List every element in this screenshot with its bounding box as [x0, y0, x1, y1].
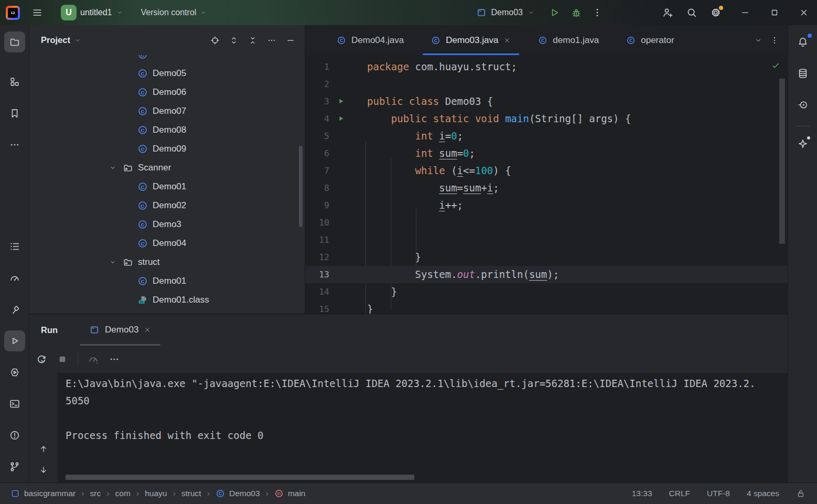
sidebar-item-build[interactable] — [4, 299, 25, 320]
main-menu-button[interactable] — [28, 4, 46, 22]
expand-all-button[interactable] — [226, 33, 242, 48]
tree-item-demo04[interactable]: CDemo04 — [29, 234, 300, 253]
code-editor[interactable]: 1package com.huayu.struct;23public class… — [305, 55, 788, 314]
code-line-11[interactable]: 11 — [305, 231, 788, 249]
line-number[interactable]: 7 — [305, 162, 329, 179]
line-number[interactable]: 4 — [305, 110, 329, 127]
stop-button[interactable] — [55, 351, 70, 367]
line-number[interactable]: 8 — [305, 179, 329, 197]
encoding-widget[interactable]: UTF-8 — [707, 489, 730, 498]
rerun-button[interactable] — [34, 351, 49, 367]
code-line-3[interactable]: 3public class Demo03 { — [305, 93, 788, 110]
line-number[interactable]: 2 — [305, 76, 329, 93]
breadcrumb-item-demo03[interactable]: CDemo03 — [216, 489, 260, 498]
window-close-button[interactable] — [795, 4, 813, 22]
breadcrumb-item-huayu[interactable]: huayu — [145, 489, 167, 498]
close-icon[interactable] — [144, 326, 151, 334]
sidebar-item-profiler[interactable] — [4, 267, 25, 288]
code-line-7[interactable]: 7 while (i<=100) { — [305, 162, 788, 179]
tree-item-demo05[interactable]: CDemo05 — [29, 64, 300, 83]
line-number[interactable]: 14 — [305, 283, 329, 301]
caret-position-widget[interactable]: 13:33 — [632, 489, 652, 498]
code-line-1[interactable]: 1package com.huayu.struct; — [305, 58, 788, 76]
code-with-me-button[interactable] — [659, 4, 676, 22]
line-number[interactable]: 15 — [305, 301, 329, 314]
code-line-10[interactable]: 10 — [305, 214, 788, 231]
up-arrow-button[interactable] — [36, 442, 51, 456]
window-maximize-button[interactable] — [766, 4, 783, 22]
run-button[interactable] — [545, 4, 563, 22]
tree-item-demo08[interactable]: CDemo08 — [29, 121, 300, 140]
more-button[interactable] — [264, 33, 280, 48]
breadcrumb-item-main[interactable]: mmain — [274, 489, 306, 498]
console-output[interactable]: E:\Java\bin\java.exe "-javaagent:E:\IDEA… — [66, 375, 788, 473]
project-tree[interactable]: CCDemo05CDemo06CDemo07CDemo08CDemo09Scan… — [29, 55, 305, 314]
sidebar-item-problems[interactable] — [4, 425, 25, 446]
line-number[interactable]: 3 — [305, 93, 329, 110]
line-number[interactable]: 6 — [305, 145, 329, 162]
breadcrumb-item-com[interactable]: com — [115, 489, 131, 498]
line-number[interactable]: 12 — [305, 249, 329, 266]
breadcrumb-item-basicgrammar[interactable]: basicgrammar — [10, 489, 76, 498]
line-number[interactable]: 5 — [305, 127, 329, 145]
tree-item-clipped[interactable]: C — [29, 55, 300, 64]
sidebar-item-database[interactable] — [792, 63, 813, 84]
sidebar-item-version-control[interactable] — [4, 456, 25, 477]
tree-item-clipped[interactable]: 01 — [29, 309, 300, 314]
vcs-widget[interactable]: Version control — [138, 4, 211, 22]
locate-button[interactable] — [207, 33, 223, 48]
project-view-selector[interactable]: Project — [41, 35, 81, 45]
code-line-8[interactable]: 8 sum=sum+i; — [305, 179, 788, 197]
tree-item-scanner[interactable]: Scanner — [29, 158, 300, 177]
sidebar-item-ai-assistant[interactable] — [792, 133, 813, 154]
tree-item-demo01[interactable]: CDemo01 — [29, 272, 300, 291]
editor-tab-demo1-java[interactable]: Cdemo1.java — [524, 25, 612, 55]
code-line-14[interactable]: 14 } — [305, 283, 788, 301]
tree-item-demo09[interactable]: CDemo09 — [29, 140, 300, 158]
line-number[interactable]: 1 — [305, 58, 329, 76]
tab-list-chevron-icon[interactable] — [754, 36, 762, 45]
project-tree-scrollbar[interactable] — [299, 146, 303, 227]
code-line-5[interactable]: 5 int i=0; — [305, 127, 788, 145]
more-actions-button[interactable] — [588, 4, 606, 22]
tree-item-demo01[interactable]: CDemo01 — [29, 177, 300, 196]
tree-item-demo06[interactable]: CDemo06 — [29, 83, 300, 102]
chevron-down-icon[interactable] — [109, 164, 116, 171]
breadcrumb-item-struct[interactable]: struct — [181, 489, 201, 498]
chevron-down-icon[interactable] — [109, 259, 116, 266]
run-tab-demo03[interactable]: Demo03 — [80, 314, 160, 346]
tree-item-demo02[interactable]: CDemo02 — [29, 196, 300, 215]
editor-tab-operator[interactable]: Coperator — [612, 25, 682, 55]
unlock-icon[interactable] — [796, 489, 805, 498]
close-icon[interactable] — [503, 37, 511, 44]
profiler-gray-button[interactable] — [85, 351, 101, 367]
sidebar-item-gradle[interactable] — [792, 94, 813, 115]
sidebar-item-notifications[interactable] — [792, 31, 813, 52]
project-widget[interactable]: U untitled1 — [58, 4, 126, 22]
code-line-12[interactable]: 12 } — [305, 249, 788, 266]
code-line-13[interactable]: 13 System.out.println(sum); — [305, 266, 788, 283]
breadcrumb-item-src[interactable]: src — [90, 489, 101, 498]
editor-scrollbar[interactable] — [779, 79, 785, 244]
editor-tab-demo03-java[interactable]: CDemo03.java — [417, 25, 524, 55]
line-number[interactable]: 10 — [305, 214, 329, 231]
code-line-6[interactable]: 6 int sum=0; — [305, 145, 788, 162]
indent-widget[interactable]: 4 spaces — [747, 489, 779, 498]
line-number[interactable]: 9 — [305, 197, 329, 214]
line-number[interactable]: 13 — [305, 266, 329, 283]
tree-item-demo07[interactable]: CDemo07 — [29, 102, 300, 121]
editor-tab-demo04-java[interactable]: CDemo04.java — [323, 25, 417, 55]
line-separator-widget[interactable]: CRLF — [669, 489, 690, 498]
tree-item-demo3[interactable]: CDemo3 — [29, 215, 300, 234]
code-line-2[interactable]: 2 — [305, 76, 788, 93]
run-gutter-button[interactable] — [337, 114, 345, 125]
code-line-4[interactable]: 4 public static void main(String[] args)… — [305, 110, 788, 127]
inspection-status-widget[interactable] — [771, 61, 780, 72]
sidebar-item-run[interactable] — [4, 330, 25, 351]
debug-button[interactable] — [567, 4, 585, 22]
window-minimize-button[interactable] — [736, 4, 754, 22]
search-everywhere-button[interactable] — [683, 4, 701, 22]
sidebar-item-project[interactable] — [4, 31, 25, 52]
sidebar-item-structure[interactable] — [4, 71, 25, 92]
sidebar-item-bookmarks[interactable] — [4, 103, 25, 124]
